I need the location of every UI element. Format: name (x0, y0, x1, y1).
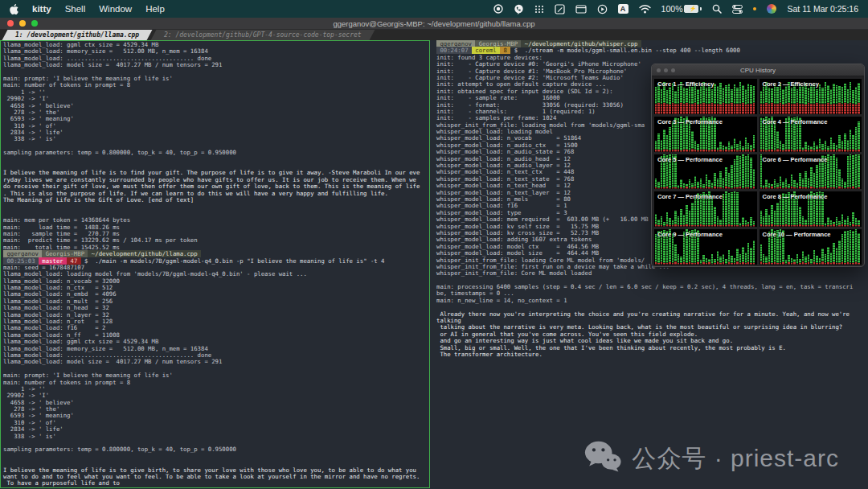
cpu-core-label: Core 6 — Performance (763, 156, 828, 163)
cpu-core-label: Core 5 — Performance (657, 156, 723, 163)
cpu-window-traffic-lights (652, 68, 675, 72)
terminal-line: 1 -> '' (3, 386, 429, 392)
cpu-core-label: Core 7 — Performance (657, 193, 723, 200)
launcher-icon[interactable] (767, 4, 776, 14)
cpu-core-label: Core 4 — Performance (763, 118, 828, 125)
cpu-core-panel: Core 5 — Performance (654, 154, 757, 190)
control-center-icon[interactable] (732, 5, 743, 14)
battery-indicator[interactable]: 100% ⚡ (661, 4, 702, 14)
terminal-line: llama_model_load: model size = 4017.27 M… (3, 359, 429, 365)
terminal-segment: Already there now you're interpreting th… (436, 310, 850, 318)
zoom-button[interactable] (31, 20, 38, 27)
terminal-line: The transformer architecture. (436, 351, 868, 358)
menu-item-window[interactable]: Window (99, 4, 132, 14)
cpu-core-label: Core 1 — Efficiency (657, 80, 714, 88)
terminal-line: 338 -> ' is' (3, 434, 429, 440)
tab-active[interactable]: 1: /development/github/llama.cpp (2, 30, 153, 40)
record-icon[interactable] (493, 4, 503, 14)
cpu-core-label: Core 2 — Efficiency (763, 80, 819, 88)
terminal-segment: ./stream -m models/ggml-small.en.bin --s… (525, 47, 740, 54)
terminal-line: 6593 -> ' meaning' (3, 413, 429, 419)
terminal-line: Already there now you're interpreting th… (436, 311, 868, 318)
window-title-bar[interactable]: ggerganov@Georgis-MBP: ~/development/git… (0, 18, 868, 30)
terminal-line (3, 203, 429, 210)
cpu-core-label: Core 10 — Performance (763, 231, 831, 238)
dots-grid-icon[interactable] (534, 5, 544, 14)
window-title: ggerganov@Georgis-MBP: ~/development/git… (0, 19, 868, 28)
terminal-segment: ggerganov (3, 250, 42, 257)
battery-percent: 100% (661, 4, 683, 14)
terminal-segment: To have a purposeful life and to (3, 479, 120, 487)
cpu-core-panel: Core 4 — Performance (760, 117, 862, 152)
terminal-line: 338 -> ' is' (3, 136, 429, 142)
terminal-line: whisper_init_from_file: Core ML model lo… (436, 270, 868, 277)
play-circle-icon[interactable] (597, 4, 608, 14)
cpu-minimize-button[interactable] (664, 68, 668, 72)
terminal-segment: The Meaning of Life is the Gift of Love.… (3, 196, 194, 203)
terminal-line: sampling parameters: temp = 0.800000, to… (3, 446, 429, 453)
cpu-core-panel: Core 8 — Performance (760, 191, 862, 227)
apple-menu-icon[interactable] (10, 4, 18, 14)
tab-bar: 1: /development/github/llama.cpp2: /deve… (0, 30, 868, 40)
wechat-icon (584, 440, 621, 478)
terminal-window: ggerganov@Georgis-MBP: ~/development/git… (0, 18, 868, 489)
terminal-line: 310 -> ' of' (3, 123, 429, 129)
cpu-core-panel: Core 2 — Efficiency (760, 79, 862, 114)
terminal-line: main: n_new_line = 14, no_context = 1 (436, 298, 868, 304)
menu-clock[interactable]: Sat 11 Mar 0:25:16 (787, 4, 858, 14)
menu-item-shell[interactable]: Shell (65, 4, 86, 14)
close-button[interactable] (7, 20, 14, 27)
terminal-line: The Meaning of Life is the Gift of Love.… (3, 197, 429, 203)
notes-icon[interactable] (555, 4, 565, 14)
menu-items: kittyShellWindowHelp (32, 4, 165, 14)
terminal-line: main: number of tokens in prompt = 8 (3, 82, 429, 88)
cpu-core-panel: Core 10 — Performance (760, 229, 862, 265)
cpu-core-label: Core 3 — Performance (657, 118, 723, 125)
tab-label: 1: /development/github/llama.cpp (15, 31, 139, 39)
terminal-line (3, 157, 429, 163)
cpu-core-panel: Core 7 — Performance (654, 191, 757, 227)
terminal-line: llama_model_load: model size = 4017.27 M… (3, 62, 429, 68)
tab-inactive[interactable]: 2: /development/github/GPT-4-source-code… (151, 30, 375, 40)
viber-icon[interactable] (514, 4, 524, 14)
wifi-icon[interactable] (639, 5, 651, 14)
cpu-window-title-bar[interactable]: CPU History (652, 64, 864, 76)
menu-bar: kittyShellWindowHelp A 100% ⚡ (0, 0, 868, 18)
watermark: 公众号 · priest-arc (584, 440, 839, 478)
terminal-line: 2834 -> ' life' (3, 426, 429, 433)
traffic-lights (0, 20, 38, 27)
cpu-close-button[interactable] (657, 68, 661, 72)
cpu-history-window: CPU History Core 1 — EfficiencyCore 2 — … (651, 64, 865, 267)
cpu-core-panel: Core 9 — Performance (654, 229, 757, 265)
terminal-line: 4658 -> ' believe' (3, 103, 429, 109)
terminal-line (3, 454, 429, 460)
menu-item-kitty[interactable]: kitty (32, 4, 51, 14)
terminal-line: 4658 -> ' believe' (3, 400, 429, 406)
cpu-core-label: Core 9 — Performance (657, 231, 723, 238)
terminal-line: 2834 -> ' life' (3, 129, 429, 136)
terminal-segment: ./main -m models/7B/ggml-model-q4_0.bin … (95, 257, 384, 265)
spotlight-icon[interactable] (712, 4, 722, 14)
terminal-line: 6593 -> ' meaning' (3, 116, 429, 122)
menu-left: kittyShellWindowHelp (10, 4, 165, 14)
pane-llama[interactable]: llama_model_load: ggml ctx size = 4529.3… (0, 40, 430, 488)
watermark-text: 公众号 · priest-arc (632, 442, 839, 475)
cpu-core-grid: Core 1 — EfficiencyCore 2 — EfficiencyCo… (652, 76, 864, 267)
tab-label: 2: /development/github/GPT-4-source-code… (164, 31, 362, 39)
terminal-line: main: number of tokens in prompt = 8 (3, 380, 429, 386)
input-source-icon[interactable]: A (618, 4, 628, 14)
window-icon[interactable] (575, 5, 587, 14)
battery-icon: ⚡ (684, 5, 698, 13)
cpu-window-title: CPU History (652, 67, 864, 74)
cpu-core-panel: Core 3 — Performance (654, 117, 757, 152)
cpu-core-panel: Core 6 — Performance (760, 154, 862, 190)
cpu-core-panel: Core 1 — Efficiency (654, 79, 757, 114)
menu-item-help[interactable]: Help (145, 4, 165, 14)
cpu-zoom-button[interactable] (671, 68, 675, 72)
menu-status-area: A 100% ⚡ Sat 11 Mar 0:25:16 (493, 4, 858, 14)
minimize-button[interactable] (19, 20, 26, 27)
cpu-core-label: Core 8 — Performance (763, 193, 828, 200)
terminal-line: 310 -> ' of' (3, 420, 429, 426)
terminal-segment: The transformer architecture. (436, 351, 542, 358)
terminal-line: 1 -> '' (3, 89, 429, 96)
